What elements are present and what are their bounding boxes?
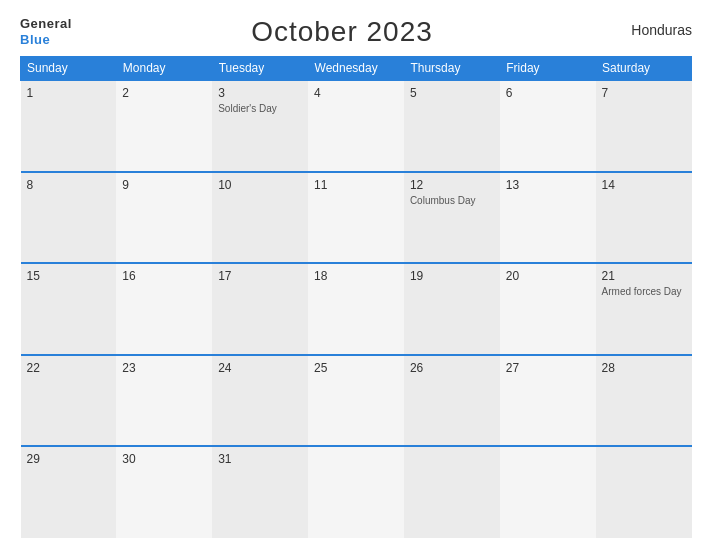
country-label: Honduras xyxy=(612,16,692,38)
calendar-cell: 3Soldier's Day xyxy=(212,80,308,172)
calendar-cell: 17 xyxy=(212,263,308,355)
holiday-label: Columbus Day xyxy=(410,194,494,207)
weekday-header-row: Sunday Monday Tuesday Wednesday Thursday… xyxy=(21,57,692,81)
calendar-cell: 8 xyxy=(21,172,117,264)
calendar-cell: 21Armed forces Day xyxy=(596,263,692,355)
calendar-cell: 18 xyxy=(308,263,404,355)
calendar-cell: 2 xyxy=(116,80,212,172)
day-number: 10 xyxy=(218,178,302,192)
logo-general-text: General xyxy=(20,16,72,32)
header: General Blue October 2023 Honduras xyxy=(20,16,692,48)
calendar-cell: 20 xyxy=(500,263,596,355)
day-number: 2 xyxy=(122,86,206,100)
day-number: 18 xyxy=(314,269,398,283)
day-number: 19 xyxy=(410,269,494,283)
day-number: 8 xyxy=(27,178,111,192)
day-number: 21 xyxy=(602,269,686,283)
calendar-cell: 14 xyxy=(596,172,692,264)
day-number: 7 xyxy=(602,86,686,100)
calendar-cell: 29 xyxy=(21,446,117,538)
month-title: October 2023 xyxy=(251,16,433,47)
calendar-cell: 16 xyxy=(116,263,212,355)
calendar-page: General Blue October 2023 Honduras Sunda… xyxy=(0,0,712,550)
day-number: 27 xyxy=(506,361,590,375)
day-number: 16 xyxy=(122,269,206,283)
calendar-week-row: 89101112Columbus Day1314 xyxy=(21,172,692,264)
day-number: 25 xyxy=(314,361,398,375)
day-number: 1 xyxy=(27,86,111,100)
day-number: 28 xyxy=(602,361,686,375)
calendar-cell xyxy=(404,446,500,538)
calendar-cell: 10 xyxy=(212,172,308,264)
logo-text: General Blue xyxy=(20,16,72,47)
day-number: 13 xyxy=(506,178,590,192)
calendar-cell: 4 xyxy=(308,80,404,172)
calendar-cell: 1 xyxy=(21,80,117,172)
calendar-cell: 13 xyxy=(500,172,596,264)
calendar-week-row: 15161718192021Armed forces Day xyxy=(21,263,692,355)
day-number: 12 xyxy=(410,178,494,192)
day-number: 17 xyxy=(218,269,302,283)
day-number: 24 xyxy=(218,361,302,375)
calendar-cell: 22 xyxy=(21,355,117,447)
header-monday: Monday xyxy=(116,57,212,81)
calendar-cell: 9 xyxy=(116,172,212,264)
header-thursday: Thursday xyxy=(404,57,500,81)
calendar-cell xyxy=(500,446,596,538)
header-tuesday: Tuesday xyxy=(212,57,308,81)
day-number: 6 xyxy=(506,86,590,100)
calendar-cell: 27 xyxy=(500,355,596,447)
calendar-cell: 31 xyxy=(212,446,308,538)
calendar-cell: 24 xyxy=(212,355,308,447)
calendar-cell: 5 xyxy=(404,80,500,172)
calendar-table: Sunday Monday Tuesday Wednesday Thursday… xyxy=(20,56,692,538)
calendar-week-row: 22232425262728 xyxy=(21,355,692,447)
day-number: 14 xyxy=(602,178,686,192)
holiday-label: Soldier's Day xyxy=(218,102,302,115)
day-number: 20 xyxy=(506,269,590,283)
header-sunday: Sunday xyxy=(21,57,117,81)
day-number: 29 xyxy=(27,452,111,466)
day-number: 11 xyxy=(314,178,398,192)
calendar-week-row: 123Soldier's Day4567 xyxy=(21,80,692,172)
calendar-cell: 26 xyxy=(404,355,500,447)
calendar-cell: 12Columbus Day xyxy=(404,172,500,264)
day-number: 23 xyxy=(122,361,206,375)
calendar-cell: 25 xyxy=(308,355,404,447)
logo: General Blue xyxy=(20,16,72,47)
header-friday: Friday xyxy=(500,57,596,81)
day-number: 31 xyxy=(218,452,302,466)
calendar-cell: 7 xyxy=(596,80,692,172)
calendar-week-row: 293031 xyxy=(21,446,692,538)
day-number: 26 xyxy=(410,361,494,375)
day-number: 4 xyxy=(314,86,398,100)
calendar-cell: 15 xyxy=(21,263,117,355)
day-number: 3 xyxy=(218,86,302,100)
calendar-cell: 30 xyxy=(116,446,212,538)
logo-blue-text: Blue xyxy=(20,32,72,48)
calendar-cell: 28 xyxy=(596,355,692,447)
day-number: 22 xyxy=(27,361,111,375)
day-number: 5 xyxy=(410,86,494,100)
calendar-cell xyxy=(308,446,404,538)
day-number: 30 xyxy=(122,452,206,466)
calendar-cell: 19 xyxy=(404,263,500,355)
holiday-label: Armed forces Day xyxy=(602,285,686,298)
calendar-cell: 6 xyxy=(500,80,596,172)
day-number: 9 xyxy=(122,178,206,192)
day-number: 15 xyxy=(27,269,111,283)
calendar-cell: 11 xyxy=(308,172,404,264)
header-wednesday: Wednesday xyxy=(308,57,404,81)
calendar-title-block: October 2023 xyxy=(72,16,612,48)
calendar-cell xyxy=(596,446,692,538)
header-saturday: Saturday xyxy=(596,57,692,81)
calendar-cell: 23 xyxy=(116,355,212,447)
